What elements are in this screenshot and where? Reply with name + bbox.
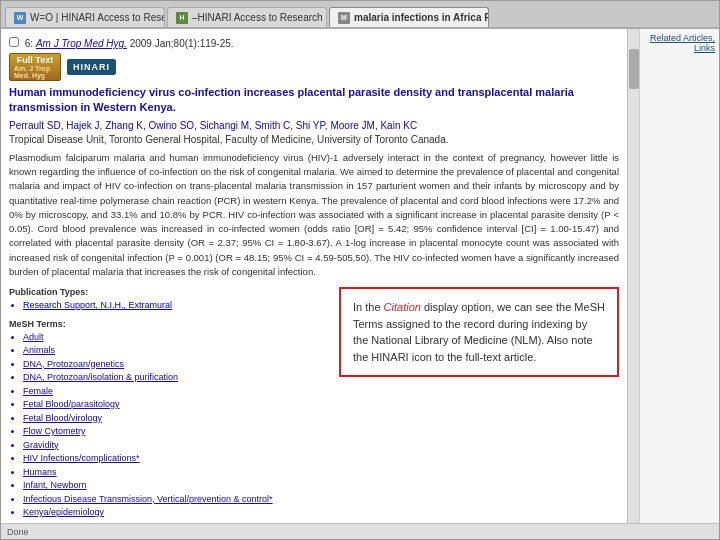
scrollbar-thumb[interactable] (629, 49, 639, 89)
mesh-item[interactable]: Gravidity (23, 439, 619, 453)
mesh-item[interactable]: Fetal Blood/virology (23, 412, 619, 426)
right-sidebar: Related Articles, Links (639, 29, 719, 523)
mesh-term-link[interactable]: Fetal Blood/virology (23, 413, 102, 423)
mesh-term-link[interactable]: Flow Cytometry (23, 426, 86, 436)
mesh-term-link[interactable]: Fetal Blood/parasitology (23, 399, 120, 409)
mesh-item[interactable]: HIV Infections/complications* (23, 452, 619, 466)
tab-3-icon: M (338, 12, 350, 24)
full-text-button[interactable]: Full Text Am. J Trop Med. Hyg (9, 53, 61, 81)
mesh-item[interactable]: Infectious Disease Transmission, Vertica… (23, 493, 619, 507)
mesh-item[interactable]: Flow Cytometry (23, 425, 619, 439)
links-link[interactable]: Links (644, 43, 715, 53)
callout-box: In the Citation display option, we can s… (339, 287, 619, 377)
mesh-item[interactable]: Female (23, 385, 619, 399)
tab-2-label: –HINARI Access to Research (192, 12, 323, 23)
mesh-item[interactable]: Kenya/epidemiology (23, 506, 619, 520)
pub-mesh-section: Publication Types: Research Support, N.I… (9, 287, 619, 520)
article-authors[interactable]: Perrault SD, Hajek J, Zhang K, Owino SO,… (9, 120, 619, 131)
tab-3[interactable]: M malaria infections in Africa Pub... ✕ (329, 7, 489, 27)
journal-link[interactable]: Am J Trop Med Hyg. (36, 38, 127, 49)
tab-1-label: W=O | HINARI Access to Research I... (30, 12, 165, 23)
article-meta: Full Text Am. J Trop Med. Hyg HINARI (9, 53, 619, 81)
article-affiliation: Tropical Disease Unit, Toronto General H… (9, 134, 619, 145)
mesh-term-link[interactable]: Kenya/epidemiology (23, 507, 104, 517)
article-number: 6: Am J Trop Med Hyg. 2009 Jan;80(1):119… (9, 37, 619, 49)
tab-2-icon: H (176, 12, 188, 24)
related-articles-link[interactable]: Related Articles, (644, 33, 715, 43)
mesh-term-link[interactable]: Gravidity (23, 440, 59, 450)
mesh-term-link[interactable]: Adult (23, 332, 44, 342)
status-text: Done (7, 527, 29, 537)
browser-window: W W=O | HINARI Access to Research I... ✕… (0, 0, 720, 540)
tab-bar: W W=O | HINARI Access to Research I... ✕… (1, 1, 719, 29)
article-abstract: Plasmodium falciparum malaria and human … (9, 151, 619, 279)
tab-3-label: malaria infections in Africa Pub... (354, 12, 489, 23)
article-title: Human immunodeficiency virus co-infectio… (9, 85, 619, 116)
mesh-term-link[interactable]: HIV Infections/complications* (23, 453, 140, 463)
page-content: 6: Am J Trop Med Hyg. 2009 Jan;80(1):119… (1, 29, 627, 523)
callout-citation-word: Citation (384, 301, 421, 313)
article-checkbox[interactable] (9, 37, 19, 47)
mesh-term-link[interactable]: Infant, Newborn (23, 480, 87, 490)
tab-2[interactable]: H –HINARI Access to Research ✕ (167, 7, 327, 27)
full-text-sub: Am. J Trop Med. Hyg (14, 65, 56, 79)
tab-1-icon: W (14, 12, 26, 24)
full-text-label: Full Text (17, 55, 53, 65)
tab-1[interactable]: W W=O | HINARI Access to Research I... ✕ (5, 7, 165, 27)
content-area: 6: Am J Trop Med Hyg. 2009 Jan;80(1):119… (1, 29, 719, 523)
mesh-term-link[interactable]: Infectious Disease Transmission, Vertica… (23, 494, 273, 504)
mesh-item[interactable]: Humans (23, 466, 619, 480)
mesh-term-link[interactable]: Female (23, 386, 53, 396)
mesh-item[interactable]: Infant, Newborn (23, 479, 619, 493)
mesh-term-link[interactable]: Humans (23, 467, 57, 477)
mesh-term-link[interactable]: DNA, Protozoan/genetics (23, 359, 124, 369)
article-year: 2009 Jan;80(1):119-25. (130, 38, 234, 49)
pub-type-link[interactable]: Research Support, N.I.H., Extramural (23, 300, 172, 310)
scrollbar[interactable] (627, 29, 639, 523)
mesh-term-link[interactable]: DNA, Protozoan/isolation & purification (23, 372, 178, 382)
callout-text-before: In the (353, 301, 384, 313)
status-bar: Done (1, 523, 719, 539)
hinari-logo: HINARI (67, 59, 116, 75)
mesh-term-link[interactable]: Animals (23, 345, 55, 355)
mesh-item[interactable]: Fetal Blood/parasitology (23, 398, 619, 412)
